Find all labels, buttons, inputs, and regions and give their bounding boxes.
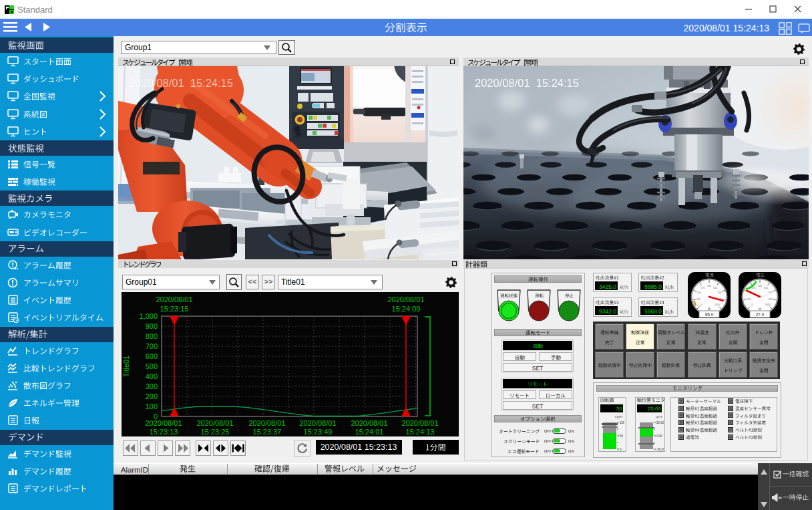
- svg-text:15:24:01: 15:24:01: [355, 428, 384, 436]
- svg-text:15:23:15: 15:23:15: [160, 305, 189, 313]
- svg-text:2020/08/01: 2020/08/01: [145, 419, 182, 427]
- svg-text:2020/08/01: 2020/08/01: [351, 419, 387, 427]
- svg-text:95.0: 95.0: [705, 312, 714, 317]
- svg-text:1000: 1000: [715, 303, 720, 306]
- svg-text:2020/08/01 15:24:15: 2020/08/01 15:24:15: [129, 77, 233, 89]
- svg-text:15:23:25: 15:23:25: [201, 428, 230, 436]
- svg-text:1,000: 1,000: [139, 312, 158, 320]
- svg-text:15:24:13: 15:24:13: [406, 428, 435, 436]
- svg-text:800: 800: [146, 332, 158, 340]
- svg-text:750: 750: [717, 291, 721, 294]
- svg-text:500: 500: [758, 285, 762, 287]
- svg-text:15:24:09: 15:24:09: [392, 305, 421, 313]
- svg-text:250: 250: [697, 291, 701, 294]
- svg-text:2020/08/01: 2020/08/01: [387, 295, 424, 303]
- svg-text:600: 600: [146, 352, 158, 360]
- svg-text:2020/08/01: 2020/08/01: [196, 419, 233, 427]
- svg-text:A: A: [708, 307, 710, 311]
- svg-text:-50.00: -50.00: [656, 448, 664, 451]
- svg-text:625: 625: [713, 287, 717, 289]
- svg-text:2020/08/01: 2020/08/01: [156, 295, 192, 303]
- svg-text:1000: 1000: [765, 303, 771, 306]
- svg-text:15:23:49: 15:23:49: [304, 428, 333, 436]
- svg-text:500: 500: [707, 285, 711, 287]
- svg-text:400: 400: [146, 372, 158, 380]
- svg-text:500: 500: [146, 362, 158, 370]
- svg-text:900: 900: [146, 322, 158, 330]
- svg-text:125: 125: [696, 298, 700, 301]
- svg-text:875: 875: [769, 298, 773, 301]
- svg-text:0: 0: [620, 448, 622, 451]
- svg-text:300: 300: [146, 382, 158, 390]
- svg-text:700: 700: [146, 342, 158, 350]
- svg-text:2020/08/01: 2020/08/01: [248, 419, 285, 427]
- svg-text:15:23:13: 15:23:13: [150, 428, 178, 436]
- svg-text:0.00: 0.00: [656, 434, 662, 438]
- svg-text:750: 750: [768, 291, 772, 294]
- svg-text:125: 125: [747, 298, 751, 301]
- svg-text:50: 50: [620, 434, 624, 438]
- svg-text:2020/08/01: 2020/08/01: [299, 419, 336, 427]
- svg-text:0: 0: [700, 303, 702, 306]
- svg-text:0: 0: [751, 303, 753, 306]
- svg-text:15:23:37: 15:23:37: [253, 428, 282, 436]
- svg-text:625: 625: [764, 287, 768, 289]
- svg-text:50.00: 50.00: [656, 421, 664, 424]
- svg-text:375: 375: [701, 287, 705, 289]
- svg-text:100: 100: [146, 402, 158, 410]
- svg-text:100: 100: [620, 421, 624, 424]
- svg-text:2020/08/01: 2020/08/01: [401, 419, 438, 427]
- svg-text:2020/08/01 15:24:15: 2020/08/01 15:24:15: [475, 77, 579, 89]
- svg-text:200: 200: [146, 392, 158, 400]
- svg-text:27.0: 27.0: [756, 312, 765, 317]
- svg-text:Title01: Title01: [122, 356, 130, 378]
- svg-text:V: V: [759, 307, 761, 311]
